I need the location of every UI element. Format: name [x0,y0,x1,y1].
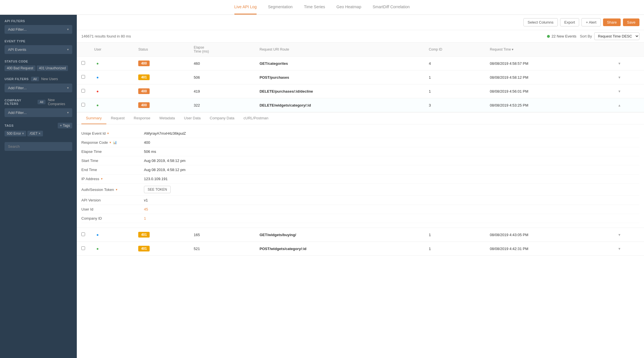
user-filters-dropdown[interactable]: Add Filter... ▾ [5,84,72,92]
row1-checkbox[interactable] [81,61,85,65]
row1-status-badge: 400 [138,61,150,66]
ip-filter-icon[interactable]: ▾ [101,177,103,181]
status-code-section: Status Code 400 Bad Request 401 Unauthor… [5,60,72,71]
alert-button[interactable]: + Alert [581,18,600,26]
row3-checkbox[interactable] [81,89,85,93]
row1-comp-id: 4 [424,57,485,70]
row5-route: GET/widgets/buying/ [255,228,424,242]
detail-row-user-id: User Id 45 [81,205,639,214]
tag-500-label: 500 Error × [7,132,24,136]
response-code-chart-icon[interactable]: 📊 [113,141,117,144]
user-filter-new[interactable]: New Users [41,77,58,81]
detail-tab-curl[interactable]: cURL/Postman [239,113,273,124]
row6-expand[interactable]: ▾ [614,242,644,256]
row2-status-badge: 401 [138,74,150,80]
add-tags-button[interactable]: + Tags [58,123,72,128]
row5-time: 08/08/2019 4:43:05 PM [485,228,614,242]
nav-geo-heatmap[interactable]: Geo Heatmap [337,0,361,14]
detail-row-response-code: Response Code ▾ 📊 400 [81,138,639,147]
row4-route: DELETE/widgets/category/:id [255,98,424,112]
row3-route: DELETE/purchases/:id/decline [255,84,424,98]
user-filter-all[interactable]: All [31,77,39,81]
row4-user: ● [90,98,134,112]
row2-user: ● [90,70,134,84]
row5-user-icon: ● [94,231,101,238]
row2-expand[interactable]: ▾ [614,70,644,84]
col-request-time: Request Time ▾ [485,43,614,57]
detail-tab-company-data[interactable]: Company Data [205,113,239,124]
new-events: 22 New Events [547,34,576,38]
detail-label-start-time: Start Time [81,159,144,163]
search-section [5,142,72,151]
tag-get[interactable]: /GET × [27,131,43,136]
row4-checkbox-cell [77,98,90,112]
event-type-dropdown[interactable]: API Events ▾ [5,45,72,54]
detail-tab-summary[interactable]: Summary [81,113,106,124]
nav-segmentation[interactable]: Segmentation [268,0,292,14]
row2-checkbox[interactable] [81,75,85,79]
user-filters-section: User Filters All New Users Add Filter...… [5,77,72,92]
event-type-section: Event Type API Events ▾ [5,39,72,54]
detail-panel-cell: Summary Request Response Metadata User D… [77,112,644,228]
row5-checkbox[interactable] [81,232,85,236]
row6-checkbox-cell [77,242,90,256]
api-filters-dropdown[interactable]: Add Filter... ▾ [5,25,72,34]
detail-tab-response[interactable]: Response [129,113,155,124]
row1-elapse: 460 [189,57,255,70]
row4-expand[interactable]: ▴ [614,98,644,112]
detail-label-api-version: API Version [81,198,144,202]
row5-expand[interactable]: ▾ [614,228,644,242]
company-filter-new[interactable]: New Companies [48,98,72,106]
detail-tab-user-data[interactable]: User Data [179,113,205,124]
row3-user-icon: ● [94,88,101,95]
row5-status: 401 [134,228,189,242]
company-filters-dropdown[interactable]: Add Filter... ▾ [5,108,72,117]
row3-status-badge: 400 [138,88,150,94]
nav-smartdiff[interactable]: SmartDiff Correlation [373,0,410,14]
row6-checkbox[interactable] [81,246,85,250]
detail-tab-request[interactable]: Request [106,113,129,124]
row3-expand[interactable]: ▾ [614,84,644,98]
tag-500-error[interactable]: 500 Error × [5,131,26,136]
token-filter-icon[interactable]: ▾ [116,188,117,192]
api-filters-title: API Filters [5,19,72,23]
detail-label-end-time: End Time [81,168,144,172]
export-button[interactable]: Export [560,18,579,26]
row5-user: ● [90,228,134,242]
table-row: ● 400 460 GET/categorites 4 08/08/2019 4… [77,57,644,70]
api-log-table: User Status ElapseTime (ms) Request URI … [77,43,644,256]
row4-status-badge: 400 [138,102,150,108]
row6-status-badge: 401 [138,246,150,251]
detail-value-response-code: 400 [144,140,150,145]
row4-checkbox[interactable] [81,103,85,107]
response-code-filter-icon[interactable]: ▾ [110,141,111,144]
nav-live-api-log[interactable]: Live API Log [234,0,257,14]
search-input[interactable] [5,142,72,151]
status-400-tag[interactable]: 400 Bad Request [5,65,36,71]
col-expand [614,43,644,57]
detail-value-user-id: 45 [144,207,148,211]
tag-get-label: /GET × [30,132,40,136]
detail-label-token: Auth/Session Token ▾ [81,188,144,192]
event-type-title: Event Type [5,39,72,43]
detail-value-api-version: v1 [144,198,148,202]
company-filter-all[interactable]: All [38,100,46,104]
company-filters-arrow: ▾ [67,111,69,115]
save-button[interactable]: Save [623,18,639,26]
row2-comp-id: 1 [424,70,485,84]
status-401-tag[interactable]: 401 Unauthorized [37,65,68,71]
select-columns-button[interactable]: Select Columns [523,18,558,26]
api-filters-arrow: ▾ [67,28,69,31]
row1-expand[interactable]: ▾ [614,57,644,70]
detail-value-event-id: AWyrayA7mxH4z36kpulZ [144,131,186,136]
event-id-filter-icon[interactable]: ▾ [107,132,109,135]
detail-tab-metadata[interactable]: Metadata [155,113,179,124]
see-token-button[interactable]: SEE TOKEN [144,186,171,193]
detail-row-company-id: Company ID 1 [81,214,639,223]
share-button[interactable]: Share [603,18,621,26]
sort-select[interactable]: Request Time DESC [594,32,639,40]
detail-panel-row: Summary Request Response Metadata User D… [77,112,644,228]
nav-time-series[interactable]: Time Series [304,0,325,14]
table-row: ● 401 506 POST/purchases 1 08/08/2019 4:… [77,70,644,84]
company-filter-header: Company Filters All New Companies [5,98,72,106]
